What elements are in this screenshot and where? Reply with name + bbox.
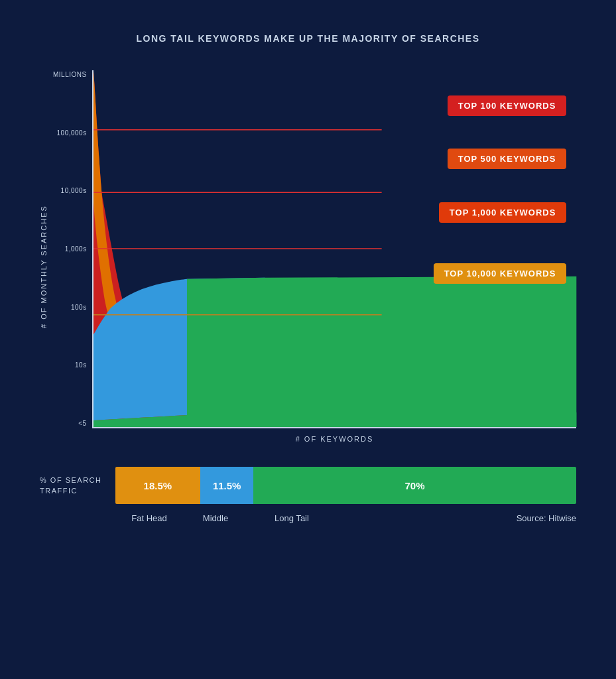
legend-middle: Middle xyxy=(186,513,245,523)
y-tick-10000s: 10,000s xyxy=(61,188,87,194)
y-tick-100s: 100s xyxy=(71,304,87,311)
chart-svg xyxy=(93,70,576,427)
y-tick-10s: 10s xyxy=(75,362,87,369)
y-tick-lt5: <5 xyxy=(78,420,86,427)
chart-inner: MILLIONS 100,000s 10,000s 1,000s 100s 10… xyxy=(53,70,576,428)
legend-fat-head: Fat Head xyxy=(113,513,186,523)
y-axis-label: # OF MONTHLY SEARCHES xyxy=(40,70,48,443)
source-text: Source: Hitwise xyxy=(517,513,576,523)
segment-fat-head: 18.5% xyxy=(115,467,201,504)
progress-bar: 18.5% 11.5% 70% xyxy=(115,467,576,504)
segment-long-tail: 70% xyxy=(253,467,576,504)
legend-long-tail: Long Tail xyxy=(245,513,338,523)
y-tick-millions: MILLIONS xyxy=(53,72,87,78)
bottom-section: % OF SEARCHTRAFFIC 18.5% 11.5% 70% xyxy=(40,467,576,504)
y-ticks: MILLIONS 100,000s 10,000s 1,000s 100s 10… xyxy=(53,70,92,428)
chart-with-ticks: MILLIONS 100,000s 10,000s 1,000s 100s 10… xyxy=(53,70,576,443)
y-tick-100000s: 100,000s xyxy=(57,130,87,137)
main-container: LONG TAIL KEYWORDS MAKE UP THE MAJORITY … xyxy=(0,0,616,679)
traffic-label: % OF SEARCHTRAFFIC xyxy=(40,475,102,497)
chart-title: LONG TAIL KEYWORDS MAKE UP THE MAJORITY … xyxy=(136,33,479,44)
y-tick-1000s: 1,000s xyxy=(65,246,87,253)
legend-row: Fat Head Middle Long Tail Source: Hitwis… xyxy=(40,513,576,523)
segment-middle: 11.5% xyxy=(200,467,253,504)
chart-area: # OF MONTHLY SEARCHES MILLIONS 100,000s … xyxy=(40,70,576,443)
chart-plot: TOP 100 KEYWORDS TOP 500 KEYWORDS TOP 1,… xyxy=(92,70,576,428)
x-axis-label: # OF KEYWORDS xyxy=(93,435,576,443)
